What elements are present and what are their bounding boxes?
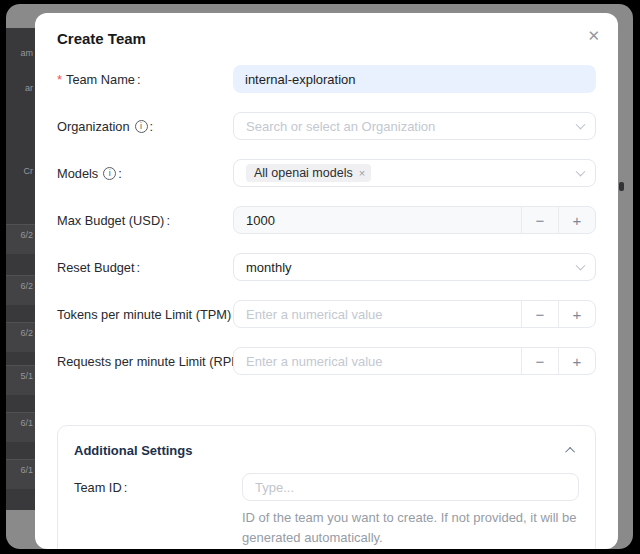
max-budget-label-text: Max Budget (USD) [57, 213, 164, 228]
bg-text-fragment: 6/2 [6, 280, 33, 292]
models-select[interactable]: All openai models × [233, 159, 596, 187]
team-name-label-text: Team Name [66, 72, 135, 87]
modal-title: Create Team [57, 29, 596, 49]
team-id-help-row: ID of the team you want to create. If no… [74, 508, 579, 548]
additional-settings-panel: Additional Settings Team ID : ID of the … [57, 425, 596, 549]
max-budget-control: − + [233, 206, 596, 234]
team-id-input[interactable] [242, 473, 579, 501]
team-id-control [242, 473, 579, 501]
organization-control: Search or select an Organization [233, 112, 596, 140]
rpm-label-text: Requests per minute Limit (RPM) [57, 354, 246, 369]
minus-stepper[interactable]: − [521, 348, 558, 374]
max-budget-input[interactable] [234, 207, 521, 233]
label-colon: : [124, 480, 128, 495]
reset-budget-select[interactable]: monthly [233, 253, 596, 281]
form-row-rpm: Requests per minute Limit (RPM) : − + [57, 347, 596, 375]
form-row-max-budget: Max Budget (USD) : − + [57, 206, 596, 234]
bg-text-fragment: am [6, 47, 33, 59]
dimmed-app-window: am ar Cr 6/2 6/2 6/2 5/1 6/1 6/1 Create … [6, 4, 633, 549]
form-row-reset-budget: Reset Budget : monthly [57, 253, 596, 281]
models-label-text: Models [57, 166, 98, 181]
dimmed-table-strip [6, 28, 35, 510]
bg-text-fragment: 6/1 [6, 464, 33, 476]
chevron-down-icon [576, 167, 586, 177]
tpm-input[interactable] [234, 301, 521, 327]
tpm-number-input: − + [233, 300, 596, 328]
form-row-team-name: * Team Name : [57, 65, 596, 93]
plus-stepper[interactable]: + [558, 207, 595, 233]
team-name-input[interactable] [233, 65, 596, 93]
model-tag: All openai models × [246, 164, 371, 182]
organization-placeholder: Search or select an Organization [246, 119, 435, 134]
minus-stepper[interactable]: − [521, 301, 558, 327]
team-name-control [233, 65, 596, 93]
close-icon[interactable]: ✕ [587, 28, 600, 44]
organization-label-text: Organization [57, 119, 130, 134]
info-icon[interactable]: i [135, 120, 148, 133]
bg-text-fragment: ar [6, 82, 33, 94]
form-row-team-id: Team ID : [74, 473, 579, 501]
organization-label: Organization i : [57, 119, 233, 134]
label-colon: : [118, 166, 122, 181]
additional-settings-title: Additional Settings [74, 443, 192, 458]
rpm-number-input: − + [233, 347, 596, 375]
bg-text-fragment: Cr [6, 165, 33, 177]
reset-budget-label-text: Reset Budget [57, 260, 135, 275]
model-tag-text: All openai models [254, 166, 353, 180]
reset-budget-label: Reset Budget : [57, 260, 233, 275]
plus-stepper[interactable]: + [558, 301, 595, 327]
bg-text-fragment: 6/2 [6, 229, 33, 241]
team-id-label: Team ID : [74, 480, 242, 495]
reset-budget-control: monthly [233, 253, 596, 281]
tpm-control: − + [233, 300, 596, 328]
form-row-organization: Organization i : Search or select an Org… [57, 112, 596, 140]
label-colon: : [166, 213, 170, 228]
team-id-help-text: ID of the team you want to create. If no… [242, 508, 579, 548]
bg-text-fragment: 5/1 [6, 370, 33, 382]
max-budget-label: Max Budget (USD) : [57, 213, 233, 228]
reset-budget-value: monthly [246, 260, 292, 275]
info-icon[interactable]: i [103, 167, 116, 180]
tpm-label-text: Tokens per minute Limit (TPM) [57, 307, 231, 322]
models-label: Models i : [57, 166, 233, 181]
max-budget-number-input: − + [233, 206, 596, 234]
team-id-label-text: Team ID [74, 480, 122, 495]
chevron-down-icon [576, 261, 586, 271]
help-spacer [74, 508, 242, 548]
chevron-up-icon [565, 446, 575, 456]
plus-stepper[interactable]: + [558, 348, 595, 374]
create-team-modal: Create Team ✕ * Team Name : Organization… [35, 13, 618, 549]
form-row-tpm: Tokens per minute Limit (TPM) : − + [57, 300, 596, 328]
chevron-down-icon [576, 120, 586, 130]
minus-stepper[interactable]: − [521, 207, 558, 233]
screenshot-stage: am ar Cr 6/2 6/2 6/2 5/1 6/1 6/1 Create … [0, 0, 640, 554]
additional-settings-toggle[interactable]: Additional Settings [74, 441, 579, 459]
tpm-label: Tokens per minute Limit (TPM) : [57, 307, 233, 322]
label-colon: : [150, 119, 154, 134]
scrollbar-thumb[interactable] [619, 182, 624, 191]
modal-header: Create Team ✕ [57, 29, 596, 49]
required-asterisk: * [57, 72, 62, 87]
team-name-label: * Team Name : [57, 72, 233, 87]
label-colon: : [137, 72, 141, 87]
label-colon: : [137, 260, 141, 275]
organization-select[interactable]: Search or select an Organization [233, 112, 596, 140]
bg-text-fragment: 6/2 [6, 327, 33, 339]
rpm-input[interactable] [234, 348, 521, 374]
models-control: All openai models × [233, 159, 596, 187]
rpm-label: Requests per minute Limit (RPM) : [57, 354, 233, 369]
tag-remove-icon[interactable]: × [359, 168, 365, 179]
rpm-control: − + [233, 347, 596, 375]
form-row-models: Models i : All openai models × [57, 159, 596, 187]
bg-text-fragment: 6/1 [6, 417, 33, 429]
